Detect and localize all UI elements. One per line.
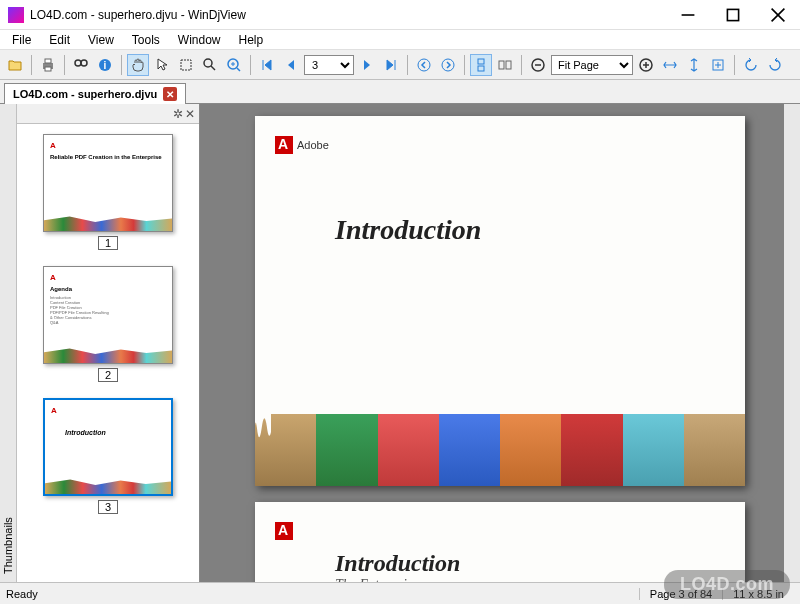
maximize-button[interactable] (710, 0, 755, 30)
menubar: File Edit View Tools Window Help (0, 30, 800, 50)
svg-rect-23 (499, 61, 504, 69)
marquee-icon[interactable] (175, 54, 197, 76)
adobe-mark-icon (275, 136, 293, 154)
zoom-out-icon[interactable] (527, 54, 549, 76)
vertical-scrollbar[interactable] (784, 104, 800, 582)
document-tabbar: LO4D.com - superhero.djvu ✕ (0, 80, 800, 104)
thumbnail-page[interactable]: A Reliable PDF Creation in the Enterpris… (43, 134, 173, 232)
thumbnails-header: ✲ ✕ (17, 104, 199, 124)
svg-point-20 (442, 59, 454, 71)
forward-icon[interactable] (437, 54, 459, 76)
thumbnails-panel-label[interactable]: Thumbnails (0, 104, 17, 582)
thumbnail-number: 2 (98, 368, 118, 382)
separator (250, 55, 251, 75)
menu-help[interactable]: Help (231, 31, 272, 49)
titlebar: LO4D.com - superhero.djvu - WinDjView (0, 0, 800, 30)
loupe-icon[interactable] (223, 54, 245, 76)
adobe-brand-text: Adobe (297, 139, 329, 151)
minimize-button[interactable] (665, 0, 710, 30)
back-icon[interactable] (413, 54, 435, 76)
adobe-logo: Adobe (275, 136, 725, 154)
thumbnail-item[interactable]: A Introduction 3 (27, 398, 189, 514)
select-tool-icon[interactable] (151, 54, 173, 76)
prev-page-icon[interactable] (280, 54, 302, 76)
svg-point-13 (204, 59, 212, 67)
thumbnail-page-selected[interactable]: A Introduction (43, 398, 173, 496)
fit-height-icon[interactable] (683, 54, 705, 76)
separator (734, 55, 735, 75)
svg-rect-6 (45, 67, 51, 71)
panel-settings-icon[interactable]: ✲ (173, 107, 183, 121)
hand-tool-icon[interactable] (127, 54, 149, 76)
open-icon[interactable] (4, 54, 26, 76)
separator (121, 55, 122, 75)
thumbnail-number: 1 (98, 236, 118, 250)
svg-rect-24 (506, 61, 511, 69)
adobe-mark-icon (275, 522, 293, 540)
svg-line-14 (211, 66, 215, 70)
svg-rect-1 (727, 9, 738, 20)
thumbnail-item[interactable]: A Reliable PDF Creation in the Enterpris… (27, 134, 189, 250)
zoom-in-icon[interactable] (635, 54, 657, 76)
first-page-icon[interactable] (256, 54, 278, 76)
info-icon[interactable]: i (94, 54, 116, 76)
next-page-icon[interactable] (356, 54, 378, 76)
menu-edit[interactable]: Edit (41, 31, 78, 49)
separator (521, 55, 522, 75)
next-page-preview: Introduction The Enterprise (255, 502, 745, 582)
svg-rect-21 (478, 59, 484, 64)
rotate-right-icon[interactable] (764, 54, 786, 76)
statusbar: Ready Page 3 of 84 11 x 8.5 in (0, 582, 800, 604)
menu-window[interactable]: Window (170, 31, 229, 49)
last-page-icon[interactable] (380, 54, 402, 76)
content-area: Thumbnails ✲ ✕ A Reliable PDF Creation i… (0, 104, 800, 582)
fit-width-icon[interactable] (659, 54, 681, 76)
current-page: Adobe Introduction (255, 116, 745, 486)
zoom-tool-icon[interactable] (199, 54, 221, 76)
document-tab[interactable]: LO4D.com - superhero.djvu ✕ (4, 83, 186, 104)
svg-rect-12 (181, 60, 191, 70)
page-number-input[interactable]: 3 (304, 55, 354, 75)
page-heading: Introduction (335, 214, 725, 246)
fit-page-icon[interactable] (707, 54, 729, 76)
separator (464, 55, 465, 75)
thumbnails-list[interactable]: A Reliable PDF Creation in the Enterpris… (17, 124, 199, 582)
facing-layout-icon[interactable] (494, 54, 516, 76)
tab-close-icon[interactable]: ✕ (163, 87, 177, 101)
next-page-heading: Introduction (335, 550, 725, 577)
menu-view[interactable]: View (80, 31, 122, 49)
continuous-layout-icon[interactable] (470, 54, 492, 76)
menu-file[interactable]: File (4, 31, 39, 49)
separator (64, 55, 65, 75)
thumbnail-number: 3 (98, 500, 118, 514)
toolbar: i 3 Fit Page (0, 50, 800, 80)
svg-point-8 (81, 60, 87, 66)
panel-close-icon[interactable]: ✕ (185, 107, 195, 121)
status-size: 11 x 8.5 in (722, 588, 794, 600)
next-page-subheading: The Enterprise (335, 577, 725, 582)
close-button[interactable] (755, 0, 800, 30)
print-icon[interactable] (37, 54, 59, 76)
thumbnail-page[interactable]: A Agenda IntroductionContent CreationPDF… (43, 266, 173, 364)
thumbnails-panel: Thumbnails ✲ ✕ A Reliable PDF Creation i… (0, 104, 200, 582)
window-title: LO4D.com - superhero.djvu - WinDjView (30, 8, 665, 22)
svg-point-7 (75, 60, 81, 66)
separator (31, 55, 32, 75)
page-footer-graphic (255, 414, 745, 486)
svg-rect-22 (478, 66, 484, 71)
rotate-left-icon[interactable] (740, 54, 762, 76)
status-page: Page 3 of 84 (639, 588, 722, 600)
thumbnail-item[interactable]: A Agenda IntroductionContent CreationPDF… (27, 266, 189, 382)
app-icon (8, 7, 24, 23)
find-icon[interactable] (70, 54, 92, 76)
zoom-select[interactable]: Fit Page (551, 55, 633, 75)
svg-rect-5 (45, 59, 51, 63)
svg-line-16 (237, 68, 240, 71)
window-controls (665, 0, 800, 30)
menu-tools[interactable]: Tools (124, 31, 168, 49)
adobe-logo (275, 522, 725, 540)
thumbnails-area: ✲ ✕ A Reliable PDF Creation in the Enter… (17, 104, 199, 582)
page-viewer[interactable]: Adobe Introduction Introduction The Ente… (200, 104, 800, 582)
svg-text:i: i (104, 60, 107, 71)
document-tab-label: LO4D.com - superhero.djvu (13, 88, 157, 100)
